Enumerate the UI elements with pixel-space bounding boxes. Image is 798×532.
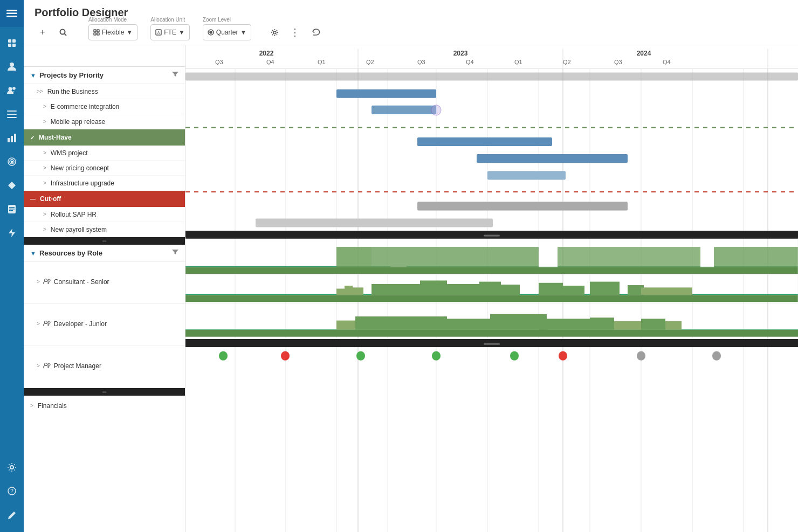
nav-users-icon[interactable] [0, 80, 24, 101]
svg-point-129 [219, 351, 228, 361]
nav-settings-icon[interactable] [0, 457, 24, 478]
svg-rect-22 [9, 209, 15, 210]
run-the-business-row[interactable]: >> Run the Business [24, 84, 185, 99]
svg-point-42 [48, 321, 50, 323]
svg-point-133 [510, 351, 519, 361]
nav-flash-icon[interactable] [0, 222, 24, 244]
svg-text:Q3: Q3 [614, 59, 622, 65]
svg-point-136 [712, 351, 721, 361]
settings-toolbar-button[interactable] [266, 24, 283, 40]
svg-point-40 [48, 279, 50, 281]
more-options-button[interactable]: ⋮ [287, 24, 303, 40]
svg-rect-123 [614, 321, 644, 330]
svg-text:Q1: Q1 [318, 59, 326, 65]
svg-rect-128 [484, 343, 500, 345]
svg-rect-124 [641, 319, 665, 329]
svg-rect-30 [94, 30, 96, 32]
nav-person-icon[interactable] [0, 56, 24, 78]
nav-diamond-icon[interactable] [0, 175, 24, 196]
svg-rect-93 [372, 247, 539, 267]
new-payroll-row[interactable]: > New payroll system [24, 222, 185, 237]
svg-point-130 [281, 351, 290, 361]
projects-filter-icon[interactable] [172, 71, 178, 79]
nav-document-icon[interactable] [0, 198, 24, 220]
nav-menu-icon[interactable] [0, 103, 24, 125]
svg-rect-113 [641, 287, 692, 295]
allocation-unit-dropdown[interactable]: A FTE ▼ [150, 24, 190, 40]
svg-rect-89 [484, 235, 500, 237]
svg-rect-94 [539, 251, 558, 267]
nav-chart-icon[interactable] [0, 127, 24, 149]
svg-rect-92 [390, 249, 407, 267]
nav-target-icon[interactable] [0, 151, 24, 172]
svg-rect-14 [11, 136, 13, 142]
svg-rect-86 [417, 202, 628, 210]
panel-divider[interactable]: ═ [24, 237, 185, 245]
svg-point-134 [559, 351, 567, 361]
add-button[interactable]: + [35, 24, 51, 40]
svg-rect-79 [372, 106, 436, 114]
svg-point-28 [60, 30, 65, 34]
svg-text:Q2: Q2 [366, 59, 374, 65]
svg-rect-87 [256, 218, 493, 227]
svg-text:?: ? [10, 488, 13, 494]
developer-junior-row[interactable]: > Developer - Junior [24, 304, 185, 346]
svg-rect-117 [336, 321, 355, 330]
svg-rect-95 [558, 247, 700, 267]
svg-rect-23 [9, 210, 13, 211]
svg-rect-115 [185, 274, 798, 303]
ecommerce-row[interactable]: > E-commerce integration [24, 99, 185, 114]
consultant-senior-row[interactable]: > Consultant - Senior [24, 262, 185, 304]
wms-row[interactable]: > WMS project [24, 146, 185, 161]
svg-rect-10 [7, 110, 17, 112]
financials-row[interactable]: > Financials [24, 396, 185, 415]
infra-row[interactable]: > Infrastructure upgrade [24, 176, 185, 191]
svg-rect-21 [9, 207, 15, 208]
svg-rect-112 [628, 285, 644, 295]
svg-text:2024: 2024 [637, 50, 651, 57]
svg-line-29 [65, 34, 67, 36]
resources-filter-icon[interactable] [172, 249, 178, 257]
mobile-app-row[interactable]: > Mobile app release [24, 114, 185, 129]
cut-off-band[interactable]: — Cut-off [24, 191, 185, 207]
page-title: Portfolio Designer [35, 6, 787, 19]
svg-rect-98 [185, 267, 798, 274]
project-manager-row[interactable]: > Project Manager [24, 346, 185, 388]
rollout-sap-row[interactable]: > Rollout SAP HR [24, 207, 185, 222]
svg-text:Q4: Q4 [466, 59, 474, 65]
svg-rect-97 [714, 247, 798, 267]
svg-rect-122 [590, 317, 614, 330]
svg-rect-3 [8, 39, 11, 43]
svg-rect-82 [417, 137, 552, 146]
nav-logo[interactable] [0, 0, 24, 27]
svg-rect-11 [7, 114, 17, 115]
pricing-row[interactable]: > New pricing concept [24, 161, 185, 176]
nav-edit-icon[interactable] [0, 504, 24, 526]
left-panel: ▼ Projects by Priority >> Run the Busine… [24, 45, 185, 532]
svg-text:Q3: Q3 [417, 59, 425, 65]
resources-section-header[interactable]: ▼ Resources by Role [24, 245, 185, 262]
nav-home-icon[interactable] [0, 32, 24, 54]
svg-rect-12 [7, 117, 17, 118]
svg-rect-126 [185, 330, 798, 337]
svg-rect-99 [185, 238, 798, 274]
svg-rect-13 [8, 138, 10, 142]
undo-button[interactable] [307, 24, 324, 40]
panel-divider-2[interactable]: ═ [24, 388, 185, 396]
svg-point-25 [10, 466, 13, 469]
svg-rect-106 [447, 284, 479, 295]
zoom-level-dropdown[interactable]: Quarter ▼ [203, 24, 252, 40]
header: Portfolio Designer + Allocation Mode [24, 0, 798, 45]
must-have-band[interactable]: ✓ Must-Have [24, 129, 185, 146]
svg-rect-111 [590, 282, 620, 295]
nav-help-icon[interactable]: ? [0, 480, 24, 502]
svg-rect-120 [490, 314, 547, 330]
allocation-mode-group: Allocation Mode Flexible ▼ [88, 24, 137, 40]
svg-rect-77 [185, 73, 798, 81]
svg-rect-114 [185, 295, 798, 302]
search-button[interactable] [55, 24, 71, 40]
zoom-level-group: Zoom Level Quarter ▼ [203, 24, 252, 40]
allocation-mode-dropdown[interactable]: Flexible ▼ [88, 24, 137, 40]
projects-section-header[interactable]: ▼ Projects by Priority [24, 67, 185, 84]
svg-point-8 [9, 87, 12, 91]
